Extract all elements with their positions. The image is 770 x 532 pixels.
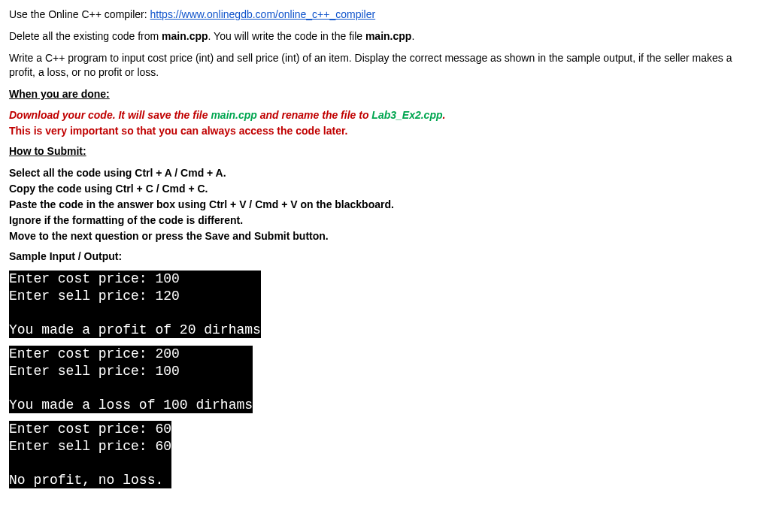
text-fragment: Download your code. It will save the fil… [9,109,211,121]
intro-line-delete: Delete all the existing code from main.c… [9,29,761,44]
text-fragment: and rename the file to [257,109,371,121]
terminal-output: Enter cost price: 60 Enter sell price: 6… [9,421,171,488]
text-fragment: . You will write the code in the file [208,30,365,42]
terminal-output: Enter cost price: 200 Enter sell price: … [9,346,253,413]
intro-prefix: Use the Online C++ compiler: [9,8,150,20]
when-done-block: Download your code. It will save the fil… [9,108,761,138]
important-note: This is very important so that you can a… [9,124,761,138]
submit-step: Ignore if the formatting of the code is … [9,213,761,228]
text-fragment: . [443,109,446,121]
filename-main: main.cpp [365,30,411,42]
text-fragment: Delete all the existing code from [9,30,162,42]
submit-step: Select all the code using Ctrl + A / Cmd… [9,166,761,180]
heading-sample-io: Sample Input / Output: [9,249,761,264]
intro-line-compiler: Use the Online C++ compiler: https://www… [9,8,761,22]
compiler-link[interactable]: https://www.onlinegdb.com/online_c++_com… [150,8,376,20]
submit-step: Copy the code using Ctrl + C / Cmd + C. [9,182,761,196]
intro-line-task: Write a C++ program to input cost price … [9,51,761,80]
submit-steps: Select all the code using Ctrl + A / Cmd… [9,166,761,243]
submit-step: Move to the next question or press the S… [9,229,761,243]
filename-lab: Lab3_Ex2.cpp [371,109,442,121]
terminal-output: Enter cost price: 100 Enter sell price: … [9,271,261,338]
filename-main: main.cpp [211,109,256,121]
heading-how-to-submit: How to Submit: [9,144,761,159]
filename-main: main.cpp [162,30,208,42]
submit-step: Paste the code in the answer box using C… [9,198,761,212]
download-instruction: Download your code. It will save the fil… [9,108,761,122]
heading-when-done: When you are done: [9,87,761,101]
text-fragment: . [411,30,414,42]
